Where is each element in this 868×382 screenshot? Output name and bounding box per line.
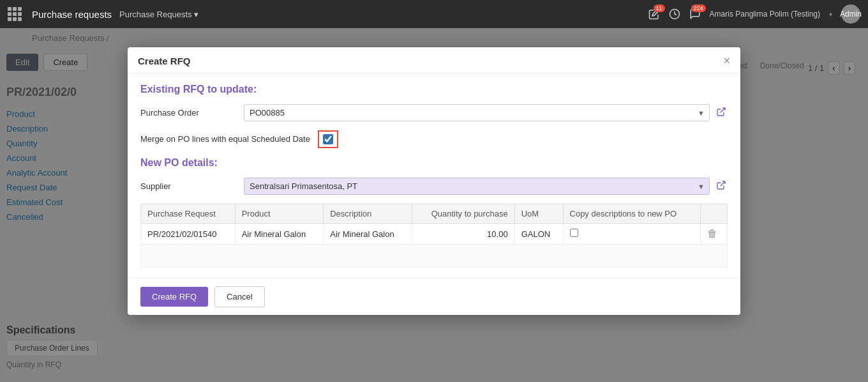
cell-product: Air Mineral Galon [235, 224, 324, 245]
merge-checkbox-container [318, 130, 338, 148]
purchase-order-select-wrapper: PO00885 ▼ [244, 104, 710, 121]
create-rfq-modal: Create RFQ × Existing RFQ to update: Pur… [128, 47, 740, 315]
svg-line-1 [721, 108, 725, 112]
avatar[interactable]: Admin [841, 4, 860, 24]
page-background: Purchase Requests / Edit Create Rejected… [0, 28, 868, 382]
user-name[interactable]: Amaris Panglima Polim (Testing) [710, 10, 820, 19]
modal-title: Create RFQ [138, 56, 191, 66]
modal-close-button[interactable]: × [723, 55, 730, 66]
modal-body: Existing RFQ to update: Purchase Order P… [128, 73, 740, 278]
delete-row-button[interactable]: 🗑 [707, 228, 717, 240]
purchase-order-label: Purchase Order [140, 104, 236, 118]
col-header-uom: UoM [514, 204, 563, 224]
supplier-control: Sentralsari Primasentosa, PT ▼ [244, 178, 728, 195]
cell-copy-desc [563, 224, 700, 245]
topbar: Purchase requests Purchase Requests ▾ 11… [0, 0, 868, 28]
add-line-row [140, 245, 728, 268]
purchase-order-select[interactable]: PO00885 [244, 104, 710, 121]
cell-delete: 🗑 [700, 224, 727, 245]
cell-description: Air Mineral Galon [324, 224, 412, 245]
col-header-quantity: Quantity to purchase [412, 204, 514, 224]
copy-desc-checkbox[interactable] [570, 229, 578, 237]
grid-menu-icon[interactable] [8, 7, 22, 21]
supplier-select[interactable]: Sentralsari Primasentosa, PT [244, 178, 710, 195]
existing-rfq-section-title: Existing RFQ to update: [140, 84, 728, 95]
clock-icon-btn[interactable] [669, 8, 680, 20]
po-external-link-button[interactable] [715, 105, 728, 121]
supplier-external-link-button[interactable] [715, 179, 728, 194]
modal-overlay: Create RFQ × Existing RFQ to update: Pur… [0, 28, 868, 382]
topbar-breadcrumb[interactable]: Purchase Requests ▾ [119, 10, 198, 19]
col-header-action [700, 204, 727, 224]
po-lines-table: Purchase Request Product Description Qua… [140, 204, 728, 245]
supplier-label: Supplier [140, 178, 236, 191]
col-header-purchase-request: Purchase Request [141, 204, 236, 224]
col-header-copy-desc: Copy descriptions to new PO [563, 204, 700, 224]
chat-icon-btn[interactable]: 224 [689, 8, 701, 20]
modal-footer: Create RFQ Cancel [128, 278, 740, 315]
merge-checkbox[interactable] [323, 134, 333, 144]
create-rfq-button[interactable]: Create RFQ [140, 287, 208, 307]
col-header-product: Product [235, 204, 324, 224]
topbar-right: 11 224 Amaris Panglima Polim (Testing) ▾… [648, 4, 860, 24]
col-header-description: Description [324, 204, 412, 224]
svg-line-2 [721, 181, 725, 186]
cell-quantity: 10.00 [412, 224, 514, 245]
modal-header: Create RFQ × [128, 47, 740, 73]
cell-uom: GALON [514, 224, 563, 245]
user-dropdown-arrow[interactable]: ▾ [829, 11, 832, 18]
cancel-button[interactable]: Cancel [214, 286, 264, 307]
app-title: Purchase requests [32, 9, 112, 20]
cell-purchase-request: PR/2021/02/01540 [141, 224, 236, 245]
supplier-select-wrapper: Sentralsari Primasentosa, PT ▼ [244, 178, 710, 195]
pencil-icon-btn[interactable]: 11 [648, 8, 660, 20]
purchase-order-control: PO00885 ▼ [244, 104, 728, 121]
supplier-row: Supplier Sentralsari Primasentosa, PT ▼ [140, 178, 728, 195]
purchase-order-row: Purchase Order PO00885 ▼ [140, 104, 728, 121]
merge-label: Merge on PO lines with equal Scheduled D… [140, 130, 310, 144]
table-row: PR/2021/02/01540 Air Mineral Galon Air M… [141, 224, 728, 245]
new-po-section-title: New PO details: [140, 157, 728, 169]
merge-checkbox-row: Merge on PO lines with equal Scheduled D… [140, 130, 728, 148]
